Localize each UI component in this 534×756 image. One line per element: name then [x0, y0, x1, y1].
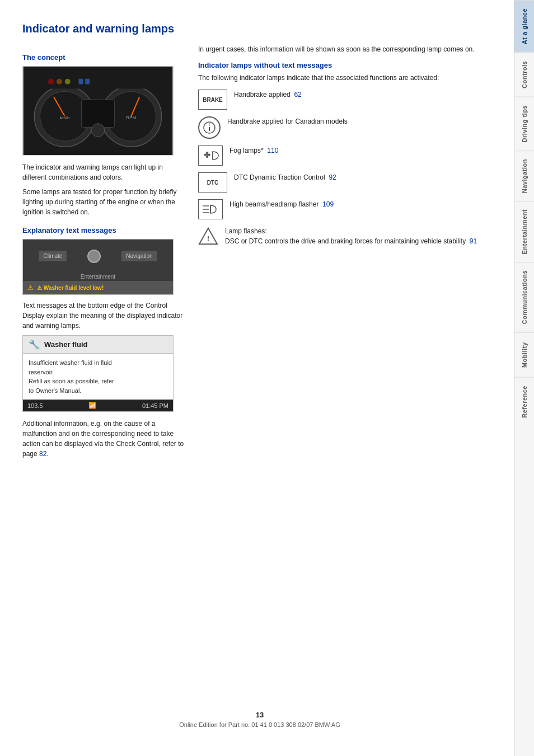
washer-fluid-footer: 103.5 📶 01:45 PM — [23, 400, 173, 411]
svg-rect-12 — [78, 79, 83, 84]
iDrive-knob — [87, 250, 101, 263]
fog-page-ref[interactable]: 110 — [267, 147, 278, 154]
page-title: Indicator and warning lamps — [22, 22, 497, 35]
svg-text:✤: ✤ — [204, 151, 210, 159]
svg-text:!: ! — [207, 234, 209, 243]
sidebar-tabs: At a glance Controls Driving tips Naviga… — [514, 0, 534, 756]
washer-fluid-body: Insufficient washer fluid in fluid reser… — [23, 354, 173, 400]
concept-body1: The indicator and warning lamps can ligh… — [22, 162, 185, 182]
concept-title: The concept — [22, 53, 185, 62]
sidebar-tab-mobility[interactable]: Mobility — [514, 332, 534, 377]
washer-fluid-icon: 🔧 — [29, 339, 40, 350]
sidebar-tab-communications[interactable]: Communications — [514, 262, 534, 332]
page-footer: 13 Online Edition for Part no. 01 41 0 0… — [22, 699, 497, 734]
highbeam-icon — [198, 199, 223, 219]
warning-bar-text: ⚠ Washer fluid level low! — [37, 285, 104, 291]
svg-point-9 — [48, 79, 54, 84]
page-number: 13 — [22, 711, 497, 719]
lamp-row-dsc: ! Lamp flashes:DSC or DTC controls the d… — [198, 226, 497, 246]
lamp-row-canadian: ! Handbrake applied for Canadian models — [198, 116, 497, 139]
washer-fluid-title: Washer fluid — [44, 340, 88, 349]
svg-text:!: ! — [209, 123, 210, 126]
right-column: In urgent cases, this information will b… — [198, 44, 497, 699]
sidebar-tab-reference[interactable]: Reference — [514, 377, 534, 426]
washer-footer-time: 01:45 PM — [142, 402, 168, 409]
explanatory-title: Explanatory text messages — [22, 226, 185, 234]
sidebar-tab-driving-tips[interactable]: Driving tips — [514, 97, 534, 151]
navigation-tab: Navigation — [121, 251, 157, 261]
brake-description: Handbrake applied 62 — [234, 90, 497, 100]
dtc-icon: DTC — [198, 172, 227, 192]
warning-icon-small: ⚠ — [27, 284, 34, 292]
footer-text: Online Edition for Part no. 01 41 0 013 … — [22, 721, 497, 728]
washer-footer-center: 📶 — [88, 402, 96, 409]
fog-icon: ✤ — [198, 145, 223, 166]
sidebar-tab-entertainment[interactable]: Entertainment — [514, 201, 534, 262]
explanatory-body1: Text messages at the bottom edge of the … — [22, 300, 185, 331]
brake-icon: BRAKE — [198, 90, 227, 110]
dtc-description: DTC Dynamic Traction Control 92 — [234, 172, 497, 182]
washer-footer-speed: 103.5 — [27, 402, 43, 409]
lamp-row-highbeam: High beams/headlamp flasher 109 — [198, 199, 497, 219]
left-column: The concept km/h RPM — [22, 44, 185, 699]
sidebar-tab-navigation[interactable]: Navigation — [514, 151, 534, 201]
lamp-row-fog: ✤ Fog lamps* 110 — [198, 145, 497, 166]
indicator-lamps-title: Indicator lamps without text messages — [198, 61, 497, 69]
lamp-row-dtc: DTC DTC Dynamic Traction Control 92 — [198, 172, 497, 192]
sidebar-tab-controls[interactable]: Controls — [514, 52, 534, 97]
dtc-page-ref[interactable]: 92 — [329, 173, 336, 181]
svg-rect-13 — [85, 79, 90, 84]
cluster-image: km/h RPM — [22, 66, 174, 156]
fog-description: Fog lamps* 110 — [229, 145, 497, 156]
canadian-icon: ! — [198, 116, 221, 139]
sidebar-tab-at-a-glance[interactable]: At a glance — [514, 0, 534, 52]
dsc-page-ref[interactable]: 91 — [470, 237, 477, 245]
brake-page-ref[interactable]: 62 — [294, 91, 301, 98]
highbeam-page-ref[interactable]: 109 — [322, 200, 334, 208]
control-display-image: Climate Navigation Entertainment ⚠ ⚠ Was… — [22, 239, 174, 295]
signal-icon: 📶 — [88, 402, 96, 409]
highbeam-description: High beams/headlamp flasher 109 — [229, 199, 497, 209]
svg-point-10 — [57, 79, 62, 84]
lamp-row-brake: BRAKE Handbrake applied 62 — [198, 90, 497, 110]
additional-info-text: Additional information, e.g. on the caus… — [22, 419, 185, 459]
climate-tab: Climate — [39, 251, 67, 261]
dsc-description: Lamp flashes:DSC or DTC controls the dri… — [225, 226, 497, 246]
dsc-triangle-icon: ! — [198, 226, 218, 246]
washer-fluid-box: 🔧 Washer fluid Insufficient washer fluid… — [22, 335, 174, 412]
right-intro: In urgent cases, this information will b… — [198, 44, 497, 54]
lamp-table: BRAKE Handbrake applied 62 ! — [198, 90, 497, 246]
svg-point-14 — [91, 124, 105, 137]
washer-fluid-header: 🔧 Washer fluid — [23, 336, 173, 354]
page-ref-82[interactable]: 82 — [39, 450, 46, 458]
concept-body2: Some lamps are tested for proper functio… — [22, 187, 185, 217]
canadian-description: Handbrake applied for Canadian models — [227, 116, 497, 126]
svg-point-11 — [65, 79, 71, 84]
indicator-lamps-intro: The following indicator lamps indicate t… — [198, 73, 497, 83]
